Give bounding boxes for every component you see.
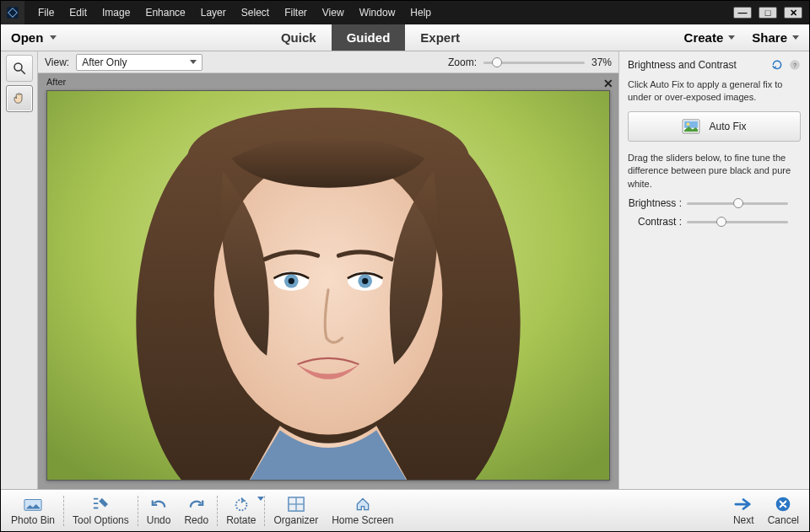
svg-text:?: ? [793, 62, 796, 68]
undo-button[interactable]: Undo [140, 492, 178, 530]
reset-icon[interactable] [770, 59, 784, 71]
contrast-slider[interactable] [687, 216, 788, 228]
photo-bin-icon [24, 495, 42, 513]
redo-button[interactable]: Redo [177, 492, 215, 530]
mode-bar: Open Quick Guided Expert Create Share [1, 24, 809, 51]
view-value: After Only [82, 56, 127, 68]
canvas-area: After ✕ [38, 73, 618, 489]
svg-point-15 [687, 122, 690, 126]
document-canvas[interactable] [46, 90, 610, 481]
organizer-icon [287, 495, 305, 513]
cancel-button[interactable]: Cancel [761, 492, 806, 530]
mode-tabs: Quick Guided Expert [266, 24, 475, 51]
svg-rect-14 [684, 121, 698, 127]
photo-placeholder [47, 91, 609, 480]
tool-column [1, 51, 38, 489]
chevron-down-icon [792, 35, 799, 40]
svg-point-10 [362, 278, 368, 284]
svg-line-2 [21, 70, 25, 74]
photo-bin-button[interactable]: Photo Bin [4, 492, 62, 530]
view-bar: View: After Only Zoom: 37% [38, 51, 618, 73]
rotate-icon [232, 495, 251, 513]
menu-window[interactable]: Window [353, 3, 402, 23]
app-logo [1, 1, 24, 24]
help-icon[interactable]: ? [789, 59, 801, 71]
open-label: Open [11, 30, 43, 45]
view-label: View: [45, 56, 69, 68]
hint-autofix: Click Auto Fix to apply a general fix to… [628, 78, 801, 105]
home-icon [354, 495, 372, 513]
slider-thumb[interactable] [733, 198, 743, 208]
contrast-label: Contrast : [628, 216, 682, 228]
rotate-button[interactable]: Rotate [219, 492, 262, 530]
minimize-button[interactable]: — [733, 7, 752, 19]
menu-file[interactable]: File [31, 3, 61, 23]
menu-select[interactable]: Select [235, 3, 276, 23]
slider-thumb[interactable] [492, 57, 502, 67]
picture-icon [682, 119, 700, 134]
home-screen-button[interactable]: Home Screen [325, 492, 400, 530]
menu-help[interactable]: Help [403, 3, 438, 23]
zoom-slider[interactable] [483, 56, 585, 68]
tab-expert[interactable]: Expert [405, 24, 475, 51]
chevron-down-icon [257, 497, 264, 501]
zoom-tool[interactable] [6, 55, 33, 82]
close-document-button[interactable]: ✕ [603, 77, 613, 90]
menu-image[interactable]: Image [95, 3, 137, 23]
tab-guided[interactable]: Guided [332, 24, 406, 51]
next-button[interactable]: Next [726, 492, 761, 530]
share-menu[interactable]: Share [752, 30, 799, 45]
chevron-down-icon [728, 35, 735, 40]
center-panel: View: After Only Zoom: 37% After ✕ [38, 51, 618, 489]
title-bar: File Edit Image Enhance Layer Select Fil… [1, 1, 809, 24]
right-panel: Brightness and Contrast ? Click Auto Fix… [618, 51, 809, 489]
hint-sliders: Drag the sliders below, to fine tune the… [628, 152, 801, 191]
svg-point-8 [289, 278, 294, 284]
window-controls: — □ ✕ [733, 7, 809, 19]
slider-thumb[interactable] [716, 217, 726, 227]
zoom-label: Zoom: [448, 56, 477, 68]
cancel-icon [774, 495, 792, 513]
menu-enhance[interactable]: Enhance [138, 3, 192, 23]
auto-fix-button[interactable]: Auto Fix [628, 111, 801, 142]
svg-rect-21 [289, 497, 304, 511]
main-menu: File Edit Image Enhance Layer Select Fil… [31, 3, 438, 23]
undo-icon [149, 495, 168, 513]
auto-fix-label: Auto Fix [709, 121, 746, 132]
tool-options-icon [91, 495, 110, 513]
panel-title: Brightness and Contrast [628, 59, 737, 71]
menu-layer[interactable]: Layer [194, 3, 233, 23]
create-menu[interactable]: Create [684, 30, 736, 45]
redo-icon [187, 495, 206, 513]
after-label: After [46, 77, 66, 87]
create-label: Create [684, 30, 724, 45]
menu-edit[interactable]: Edit [62, 3, 94, 23]
chevron-down-icon [50, 35, 57, 40]
maximize-button[interactable]: □ [759, 7, 777, 19]
open-menu[interactable]: Open [1, 24, 67, 51]
svg-point-1 [14, 63, 22, 71]
magnifier-icon [12, 61, 27, 76]
view-dropdown[interactable]: After Only [76, 54, 202, 71]
hand-tool[interactable] [6, 85, 33, 112]
svg-point-17 [235, 500, 246, 511]
brightness-slider[interactable] [687, 197, 788, 209]
app-window: File Edit Image Enhance Layer Select Fil… [0, 0, 810, 532]
menu-filter[interactable]: Filter [278, 3, 314, 23]
tool-options-button[interactable]: Tool Options [66, 492, 136, 530]
bottom-bar: Photo Bin Tool Options Undo Redo Rotate … [1, 489, 809, 531]
arrow-right-icon [734, 495, 753, 513]
menu-view[interactable]: View [316, 3, 351, 23]
tab-quick[interactable]: Quick [266, 24, 332, 51]
brightness-label: Brightness : [628, 197, 682, 209]
zoom-value: 37% [591, 56, 612, 68]
hand-icon [12, 91, 27, 106]
organizer-button[interactable]: Organizer [267, 492, 325, 530]
chevron-down-icon [190, 60, 197, 64]
close-button[interactable]: ✕ [784, 7, 802, 19]
body: View: After Only Zoom: 37% After ✕ [1, 51, 809, 489]
share-label: Share [752, 30, 787, 45]
